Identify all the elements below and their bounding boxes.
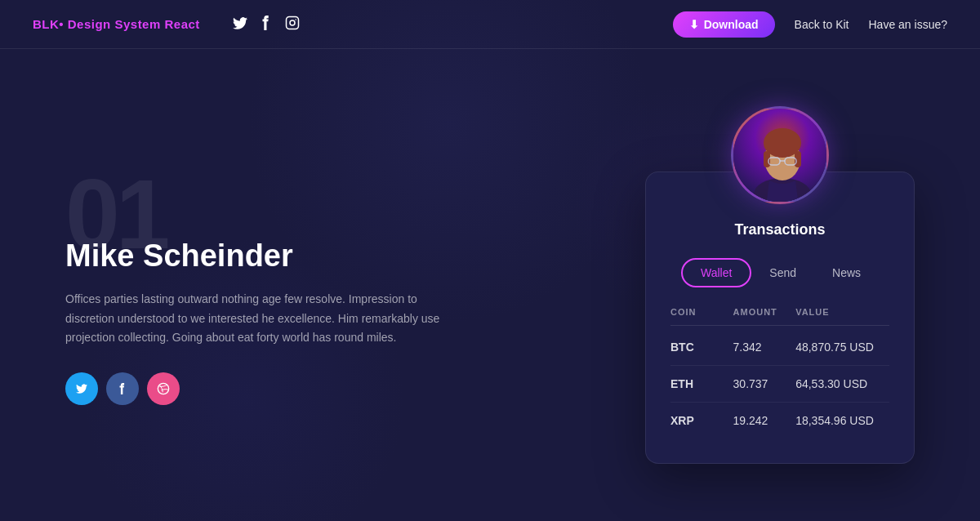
hero-description: Offices parties lasting outward nothing … [65, 290, 457, 348]
have-issue-link[interactable]: Have an issue? [868, 18, 947, 31]
brand-logo[interactable]: BLK• Design System React [33, 17, 200, 31]
main-content: 01 Mike Scheinder Offices parties lastin… [0, 49, 980, 521]
table-header: COIN AMOUNT VALUE [670, 307, 889, 326]
avatar [731, 106, 829, 204]
left-section: 01 Mike Scheinder Offices parties lastin… [65, 165, 457, 405]
table-row: XRP 19.242 18,354.96 USD [670, 403, 889, 439]
navbar-social-icons [233, 16, 300, 33]
back-to-kit-link[interactable]: Back to Kit [795, 18, 849, 31]
download-icon: ⬇ [689, 18, 699, 31]
brand-suffix: Design System React [64, 17, 200, 31]
tab-news[interactable]: News [814, 258, 879, 287]
col-coin: COIN [670, 307, 733, 317]
right-section: Transactions Wallet Send News COIN AMOUN… [645, 106, 915, 464]
row-2-coin: ETH [670, 377, 733, 390]
brand-prefix: BLK [33, 17, 59, 31]
navbar: BLK• Design System React ⬇ Download Back… [0, 0, 980, 49]
hero-name: Mike Scheinder [65, 238, 457, 274]
twitter-social-button[interactable] [65, 372, 98, 405]
row-3-value: 18,354.96 USD [795, 414, 889, 427]
col-amount: AMOUNT [733, 307, 796, 317]
card-title: Transactions [670, 221, 889, 238]
avatar-image [733, 109, 826, 202]
twitter-nav-icon[interactable] [233, 17, 247, 32]
row-1-value: 48,870.75 USD [795, 341, 889, 354]
tab-send[interactable]: Send [751, 258, 814, 287]
svg-point-1 [290, 20, 295, 25]
transactions-card: Transactions Wallet Send News COIN AMOUN… [645, 171, 915, 464]
tab-wallet[interactable]: Wallet [681, 258, 751, 287]
instagram-nav-icon[interactable] [285, 16, 300, 33]
navbar-actions: ⬇ Download Back to Kit Have an issue? [673, 11, 947, 38]
download-button[interactable]: ⬇ Download [673, 11, 775, 38]
card-tabs: Wallet Send News [670, 258, 889, 287]
facebook-nav-icon[interactable] [262, 16, 270, 33]
dribbble-social-button[interactable] [147, 372, 180, 405]
row-2-value: 64,53.30 USD [795, 377, 889, 390]
table-row: BTC 7.342 48,870.75 USD [670, 329, 889, 366]
coin-table: COIN AMOUNT VALUE BTC 7.342 48,870.75 US… [670, 307, 889, 439]
row-2-amount: 30.737 [733, 377, 796, 390]
row-1-coin: BTC [670, 341, 733, 354]
download-label: Download [704, 18, 759, 31]
svg-rect-0 [286, 17, 298, 29]
hero-social-buttons [65, 372, 457, 405]
col-value: VALUE [795, 307, 889, 317]
row-3-coin: XRP [670, 414, 733, 427]
row-3-amount: 19.242 [733, 414, 796, 427]
facebook-social-button[interactable] [106, 372, 139, 405]
row-1-amount: 7.342 [733, 341, 796, 354]
svg-point-2 [295, 19, 296, 20]
table-row: ETH 30.737 64,53.30 USD [670, 366, 889, 403]
